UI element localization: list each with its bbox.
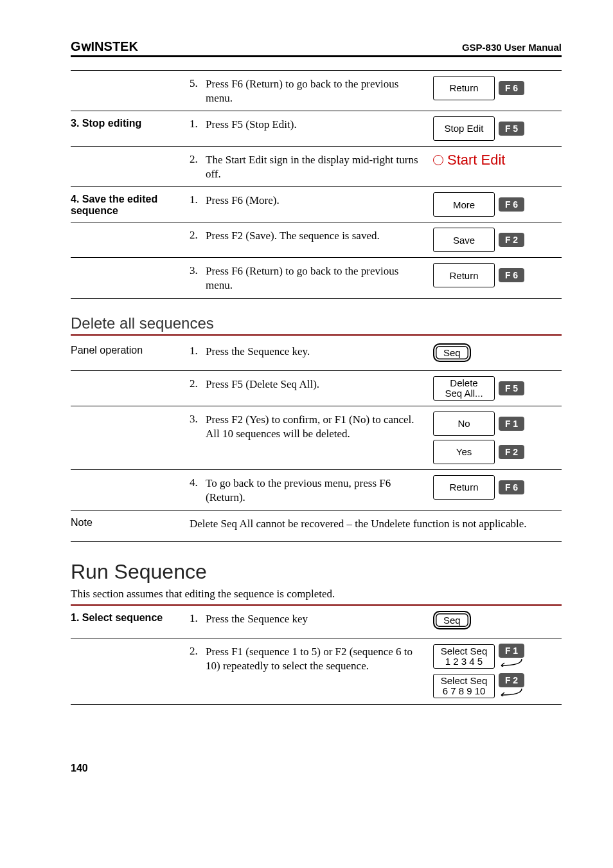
procedure-block-1: 5. Press F6 (Return) to go back to the p… xyxy=(71,70,562,299)
softkey-no: No F 1 xyxy=(433,411,524,436)
softkey-label: No xyxy=(433,411,495,436)
step-row: 4. Save the edited sequence 1. Press F6 … xyxy=(71,186,562,222)
softkey-select-seq-1-5: Select Seq 1 2 3 4 5 F 1 xyxy=(433,644,524,669)
step-desc: Press F5 (Stop Edit). xyxy=(206,116,433,132)
step-num: 2. xyxy=(190,228,206,242)
softkey-label: Select Seq 6 7 8 9 10 xyxy=(433,674,495,698)
note-label: Note xyxy=(71,516,190,529)
led-off-icon xyxy=(433,155,443,165)
step-desc: Press F2 (Save). The sequence is saved. xyxy=(206,228,433,243)
note-row: Note Delete Seq All cannot be recovered … xyxy=(71,510,562,542)
step-left: 3. Stop editing xyxy=(71,116,190,129)
fkey-f5: F 5 xyxy=(499,381,524,395)
fkey-f6: F 6 xyxy=(499,197,524,212)
cycle-arrow-icon xyxy=(497,658,523,667)
step-row: 4. To go back to the previous menu, pres… xyxy=(71,469,562,510)
heading-run-sequence: Run Sequence xyxy=(71,560,562,584)
fkey-f6: F 6 xyxy=(499,268,524,282)
start-edit-indicator: Start Edit xyxy=(433,152,505,168)
start-edit-text: Start Edit xyxy=(447,152,505,168)
step-row: 2. The Start Edit sign in the display mi… xyxy=(71,146,562,186)
panel-operation-label: Panel operation xyxy=(71,343,190,356)
step-row: 2. Press F2 (Save). The sequence is save… xyxy=(71,222,562,257)
softkey-stop-edit: Stop Edit F 5 xyxy=(433,116,524,141)
step-num: 1. xyxy=(190,611,206,625)
run-intro: This section assumes that editing the se… xyxy=(71,588,562,601)
step-row: 1. Select sequence 1. Press the Sequence… xyxy=(71,606,562,638)
cycle-arrow-icon xyxy=(497,687,523,696)
step-num: 2. xyxy=(190,152,206,166)
step-num: 3. xyxy=(190,411,206,426)
step-desc: Press F2 (Yes) to confirm, or F1 (No) to… xyxy=(206,411,433,441)
step-desc: Press F6 (Return) to go back to the prev… xyxy=(206,263,433,293)
softkey-delete-seq-all: Delete Seq All... F 5 xyxy=(433,376,524,401)
step-row: 2. Press F5 (Delete Seq All). Delete Seq… xyxy=(71,370,562,406)
softkey-save: Save F 2 xyxy=(433,228,524,252)
fkey-f1: F 1 xyxy=(499,644,524,658)
softkey-label: Save xyxy=(433,228,495,252)
softkey-more: More F 6 xyxy=(433,192,524,217)
step-desc: Press F1 (sequence 1 to 5) or F2 (sequen… xyxy=(206,644,433,673)
step-num: 3. xyxy=(190,263,206,277)
step-left xyxy=(71,76,190,77)
fkey-f6: F 6 xyxy=(499,81,524,95)
softkey-label: Return xyxy=(433,475,495,500)
step-left xyxy=(71,263,190,264)
step-num: 4. xyxy=(190,475,206,489)
step-desc: To go back to the previous menu, press F… xyxy=(206,475,433,505)
manual-title: GSP-830 User Manual xyxy=(462,42,562,53)
fkey-f2: F 2 xyxy=(499,233,524,247)
note-text: Delete Seq All cannot be recovered – the… xyxy=(190,516,562,531)
fkey-f2: F 2 xyxy=(499,445,524,459)
softkey-return: Return F 6 xyxy=(433,475,524,500)
page-number: 140 xyxy=(71,763,562,774)
step-row: 2. Press F1 (sequence 1 to 5) or F2 (seq… xyxy=(71,638,562,705)
step-desc: Press F6 (More). xyxy=(206,192,433,208)
softkey-return: Return F 6 xyxy=(433,263,524,287)
step-desc: The Start Edit sign in the display mid-r… xyxy=(206,152,433,181)
heading-delete-all: Delete all sequences xyxy=(71,314,562,336)
step-row: Panel operation 1. Press the Sequence ke… xyxy=(71,338,562,370)
step-num: 5. xyxy=(190,76,206,90)
delete-block: Panel operation 1. Press the Sequence ke… xyxy=(71,338,562,542)
softkey-select-seq-6-10: Select Seq 6 7 8 9 10 F 2 xyxy=(433,673,524,699)
page-header: GᴡINSTEK GSP-830 User Manual xyxy=(71,39,562,57)
brand-logo: GᴡINSTEK xyxy=(71,39,138,54)
hardkey-seq: Seq xyxy=(433,343,471,362)
step-num: 2. xyxy=(190,644,206,658)
step-left xyxy=(71,228,190,229)
fkey-f5: F 5 xyxy=(499,122,524,136)
step-desc: Press F5 (Delete Seq All). xyxy=(206,376,433,392)
softkey-label: Select Seq 1 2 3 4 5 xyxy=(433,644,495,669)
softkey-label: Return xyxy=(433,263,495,287)
run-block: 1. Select sequence 1. Press the Sequence… xyxy=(71,604,562,705)
step-left xyxy=(71,152,190,153)
step-num: 2. xyxy=(190,376,206,390)
softkey-label: Delete Seq All... xyxy=(433,376,495,401)
softkey-label: Return xyxy=(433,76,495,100)
step-desc: Press the Sequence key. xyxy=(206,343,433,359)
step-num: 1. xyxy=(190,343,206,357)
step-row: 3. Stop editing 1. Press F5 (Stop Edit).… xyxy=(71,111,562,146)
fkey-f2: F 2 xyxy=(499,673,524,687)
step-left: 4. Save the edited sequence xyxy=(71,192,190,217)
fkey-f1: F 1 xyxy=(499,417,524,431)
step-num: 1. xyxy=(190,116,206,131)
step-row: 3. Press F2 (Yes) to confirm, or F1 (No)… xyxy=(71,406,562,469)
hardkey-seq: Seq xyxy=(433,611,471,629)
softkey-label: Stop Edit xyxy=(433,116,495,141)
softkey-yes: Yes F 2 xyxy=(433,440,524,464)
softkey-return: Return F 6 xyxy=(433,76,524,100)
step-num: 1. xyxy=(190,192,206,206)
step-row: 3. Press F6 (Return) to go back to the p… xyxy=(71,257,562,298)
fkey-f6: F 6 xyxy=(499,480,524,494)
softkey-label: More xyxy=(433,192,495,217)
step-desc: Press F6 (Return) to go back to the prev… xyxy=(206,76,433,105)
softkey-label: Yes xyxy=(433,440,495,464)
step-left: 1. Select sequence xyxy=(71,611,190,624)
step-left xyxy=(71,644,190,645)
step-desc: Press the Sequence key xyxy=(206,611,433,626)
step-row: 5. Press F6 (Return) to go back to the p… xyxy=(71,70,562,111)
